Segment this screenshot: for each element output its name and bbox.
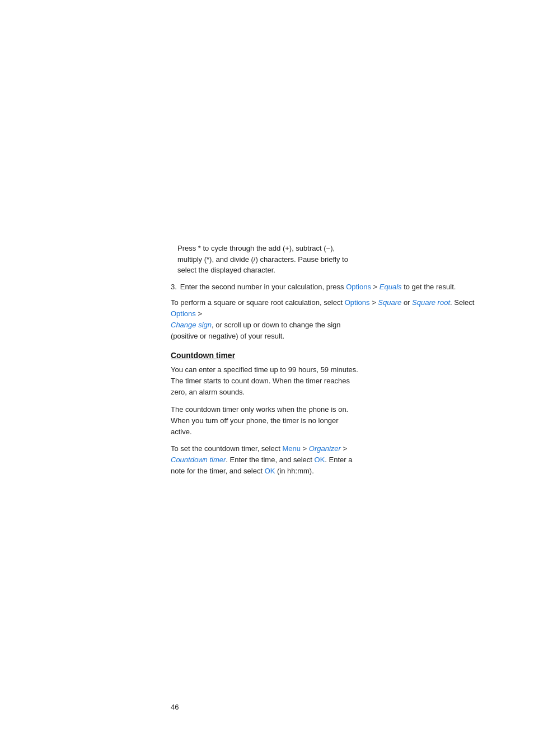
countdown-para-2: The countdown timer only works when the … <box>171 404 495 438</box>
indent-line1: Press * to cycle through the add (+), su… <box>177 243 495 254</box>
countdown-para-3: To set the countdown timer, select Menu … <box>171 443 495 477</box>
options-link-step3[interactable]: Options <box>346 283 371 291</box>
options-link-square1[interactable]: Options <box>345 298 370 307</box>
square-paragraph: To perform a square or square root calcu… <box>171 297 495 342</box>
countdown-para-1: You can enter a specified time up to 99 … <box>171 364 495 398</box>
options-link-square2[interactable]: Options <box>171 309 196 318</box>
content-area: Press * to cycle through the add (+), su… <box>171 241 495 482</box>
organizer-link[interactable]: Organizer <box>309 444 341 453</box>
change-sign-link[interactable]: Change sign <box>171 321 212 329</box>
step-3-item: 3. Enter the second number in your calcu… <box>171 281 495 293</box>
page-number: 46 <box>171 703 179 711</box>
square-root-link[interactable]: Square root <box>412 298 450 307</box>
countdown-timer-heading: Countdown timer <box>171 351 495 360</box>
ok-link-1[interactable]: OK <box>315 456 325 464</box>
indent-line3: select the displayed character. <box>177 265 495 276</box>
square-link[interactable]: Square <box>378 298 401 307</box>
step-3-number: 3. <box>171 281 177 293</box>
menu-link[interactable]: Menu <box>282 444 301 453</box>
equals-link[interactable]: Equals <box>380 283 402 291</box>
ok-link-2[interactable]: OK <box>265 467 275 475</box>
indent-line2: multiply (*), and divide (/) characters.… <box>177 254 495 265</box>
page: Press * to cycle through the add (+), su… <box>0 0 534 756</box>
countdown-timer-link[interactable]: Countdown timer <box>171 456 226 464</box>
bullet-text-indent: Press * to cycle through the add (+), su… <box>171 243 495 276</box>
step-3-content: Enter the second number in your calculat… <box>180 281 456 293</box>
